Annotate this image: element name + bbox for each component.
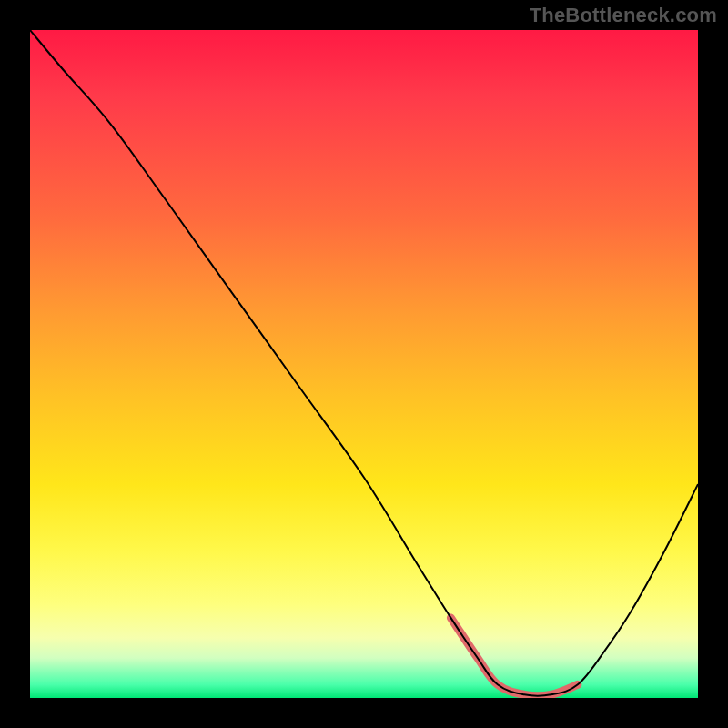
- bottleneck-curve: [30, 30, 698, 696]
- chart-svg: [30, 30, 698, 698]
- watermark-text: TheBottleneck.com: [530, 4, 717, 27]
- plot-area: [30, 30, 698, 698]
- highlight-segment: [450, 618, 577, 696]
- chart-container: TheBottleneck.com: [0, 0, 728, 728]
